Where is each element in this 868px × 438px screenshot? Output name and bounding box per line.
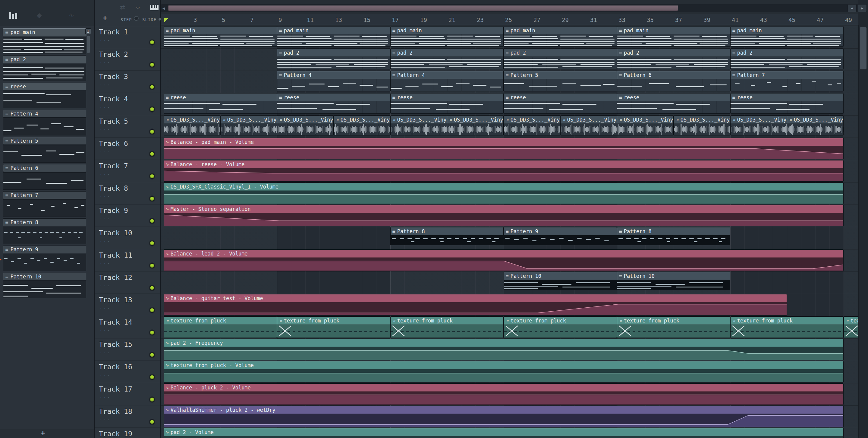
pattern-item[interactable]: ≡Pattern 9 bbox=[3, 245, 86, 271]
pattern-clip[interactable]: ≡pad main bbox=[617, 26, 730, 47]
automation-clip[interactable]: ∿Balance - pluck 2 - Volume bbox=[164, 383, 844, 405]
track-enable-led[interactable] bbox=[150, 241, 155, 246]
track-enable-led[interactable] bbox=[150, 84, 155, 90]
audio-clip[interactable]: ↠OS_DD3_S..._Vinyl_1 bbox=[164, 116, 220, 136]
audio-clip[interactable]: ↠OS_DD3_S..._Vinyl_1 bbox=[617, 116, 674, 136]
pattern-clip[interactable]: ≡pad main bbox=[730, 26, 844, 47]
track-row[interactable]: Track 16... bbox=[95, 361, 160, 383]
track-enable-led[interactable] bbox=[150, 62, 155, 67]
automation-clip[interactable]: ∿Balance - reese - Volume bbox=[164, 160, 844, 182]
track-row[interactable]: Track 19... bbox=[95, 428, 160, 438]
track-row[interactable]: Track 15... bbox=[95, 339, 160, 361]
track-row[interactable]: Track 8... bbox=[95, 182, 160, 205]
automation-clip[interactable]: ∿texture from pluck - Volume bbox=[164, 361, 844, 382]
pattern-item-header[interactable]: ≡Pattern 6 bbox=[3, 164, 86, 172]
audio-clip[interactable]: ↠texture from pluck bbox=[730, 316, 844, 338]
automation-clip[interactable]: ∿pad 2 - Volume bbox=[164, 428, 844, 438]
audio-clip[interactable]: ↠OS_DD3_S..._Vinyl_1 bbox=[334, 116, 390, 136]
track-row[interactable]: Track 14... bbox=[95, 316, 160, 339]
audio-clip[interactable]: ↠OS_DD3_S..._Vinyl_1 bbox=[277, 116, 334, 136]
sidebar-scrollbar-thumb[interactable] bbox=[87, 36, 90, 53]
track-row[interactable]: Track 2... bbox=[95, 48, 160, 70]
pattern-clip[interactable]: ≡pad 2 bbox=[730, 49, 844, 69]
pattern-clip[interactable]: ≡Pattern 4 bbox=[390, 71, 504, 91]
pattern-clip[interactable]: ≡Pattern 7 bbox=[730, 71, 844, 91]
pattern-item-header[interactable]: ≡Pattern 5 bbox=[3, 137, 86, 145]
pattern-item[interactable]: ≡Pattern 10 bbox=[3, 273, 86, 298]
track-enable-led[interactable] bbox=[150, 419, 155, 425]
track-row[interactable]: Track 10... bbox=[95, 227, 160, 249]
hscroll-page-right-button[interactable]: ▸ bbox=[858, 4, 867, 12]
pattern-clip[interactable]: ≡Pattern 10 bbox=[617, 272, 730, 290]
pattern-clip[interactable]: ≡pad 2 bbox=[390, 49, 504, 69]
audio-clip[interactable]: ↠OS_DD3_S..._Vinyl_1 bbox=[504, 116, 560, 136]
track-enable-led[interactable] bbox=[150, 308, 155, 313]
playlist[interactable]: ◂ 35791113151719212325272931333537394143… bbox=[161, 0, 858, 438]
track-enable-led[interactable] bbox=[150, 174, 155, 179]
track-enable-led[interactable] bbox=[150, 196, 155, 201]
pattern-item-header[interactable]: ≡reese bbox=[3, 83, 86, 90]
audio-clip[interactable]: ↠texture from pluck bbox=[504, 316, 617, 338]
track-enable-led[interactable] bbox=[150, 218, 155, 224]
pattern-clip[interactable]: ≡reese bbox=[504, 93, 617, 114]
audio-clip[interactable]: ↠OS_DD3_S..._Vinyl_1 bbox=[560, 116, 617, 136]
automation-clip[interactable]: ∿OS_DD3_SFX_Classic_Vinyl_1 - Volume bbox=[164, 182, 844, 204]
track-enable-led[interactable] bbox=[150, 263, 155, 268]
pattern-clip[interactable]: ≡Pattern 10 bbox=[504, 272, 617, 290]
track-row[interactable]: Track 3... bbox=[95, 70, 160, 93]
audio-clip[interactable]: ↠texture from pluck bbox=[164, 316, 277, 338]
track-row[interactable]: Track 5... bbox=[95, 115, 160, 138]
pattern-item[interactable]: ≡Pattern 4 bbox=[3, 110, 86, 135]
pattern-clip[interactable]: ≡reese bbox=[164, 93, 277, 114]
automation-clip[interactable]: ∿pad 2 - Frequency bbox=[164, 339, 844, 360]
add-pattern-button[interactable]: + bbox=[38, 428, 47, 438]
track-enable-led[interactable] bbox=[150, 285, 155, 291]
pattern-clip[interactable]: ≡pad 2 bbox=[617, 49, 730, 69]
automation-clip[interactable]: ∿Balance - pad main - Volume bbox=[164, 138, 844, 159]
pattern-clip[interactable]: ≡Pattern 5 bbox=[504, 71, 617, 91]
pattern-clip[interactable]: ≡pad main bbox=[277, 26, 390, 47]
pattern-clip[interactable]: ≡Pattern 8 bbox=[617, 227, 730, 245]
pattern-clip[interactable]: ≡pad main bbox=[504, 26, 617, 47]
pattern-item[interactable]: ≡Pattern 8 bbox=[3, 218, 86, 244]
pattern-item[interactable]: ≡Pattern 7 bbox=[3, 191, 86, 216]
hscroll-page-left-button[interactable]: ◂ bbox=[847, 4, 857, 12]
audio-clip[interactable]: ↠texture from pluck bbox=[844, 316, 858, 338]
track-enable-led[interactable] bbox=[150, 107, 155, 112]
track-row[interactable]: Track 9... bbox=[95, 205, 160, 227]
track-row[interactable]: Track 17... bbox=[95, 383, 160, 405]
automation-clip[interactable]: ∿Balance - guitar test - Volume bbox=[164, 294, 787, 316]
track-enable-led[interactable] bbox=[150, 375, 155, 380]
automation-clip[interactable]: ∿Balance - lead 2 - Volume bbox=[164, 250, 844, 271]
pattern-item-header[interactable]: ≡Pattern 7 bbox=[3, 191, 86, 199]
pattern-clip[interactable]: ≡pad main bbox=[164, 26, 277, 47]
pattern-clip[interactable]: ≡Pattern 4 bbox=[277, 71, 390, 91]
pattern-item[interactable]: ≡Pattern 5 bbox=[3, 137, 86, 162]
track-row[interactable]: Track 6... bbox=[95, 138, 160, 160]
pattern-clip[interactable]: ≡reese bbox=[277, 93, 390, 114]
pattern-item[interactable]: ≡Pattern 6 bbox=[3, 164, 86, 189]
track-row[interactable]: Track 12... bbox=[95, 271, 160, 294]
pattern-item[interactable]: ≡pad 2 bbox=[3, 56, 86, 81]
pattern-clip[interactable]: ≡pad 2 bbox=[277, 49, 390, 69]
playlist-vscrollbar[interactable] bbox=[858, 25, 868, 438]
automation-clip[interactable]: ∿Master - Stereo separation bbox=[164, 205, 844, 226]
pattern-clip[interactable]: ≡reese bbox=[617, 93, 730, 114]
audio-clip[interactable]: ↠OS_DD3_S..._Vinyl_1 bbox=[674, 116, 730, 136]
audio-clip[interactable]: ↠OS_DD3_S..._Vinyl_1 bbox=[390, 116, 447, 136]
track-enable-led[interactable] bbox=[150, 330, 155, 335]
track-row[interactable]: Track 1... bbox=[95, 26, 160, 48]
audio-clip[interactable]: ↠OS_DD3_S..._Vinyl_1 bbox=[220, 116, 277, 136]
pattern-item-header[interactable]: ≡Pattern 9 bbox=[3, 245, 86, 253]
audio-clip[interactable]: ↠OS_DD3_S..._Vinyl_1 bbox=[730, 116, 787, 136]
audio-clip[interactable]: ↠texture from pluck bbox=[617, 316, 730, 338]
pattern-clip[interactable]: ≡Pattern 9 bbox=[504, 227, 617, 245]
automation-clip[interactable]: ∿ValhallaShimmer - pluck 2 - wetDry bbox=[164, 406, 844, 427]
pattern-clip[interactable]: ≡Pattern 6 bbox=[617, 71, 730, 91]
track-row[interactable]: Track 7... bbox=[95, 160, 160, 182]
pattern-pin-button[interactable]: I bbox=[85, 28, 91, 34]
track-row[interactable]: Track 18... bbox=[95, 405, 160, 428]
audio-clip[interactable]: ↠OS_DD3_S..._Vinyl_1 bbox=[787, 116, 844, 136]
track-row[interactable]: Track 4... bbox=[95, 93, 160, 115]
pattern-item[interactable]: ≡pad main bbox=[3, 28, 86, 54]
